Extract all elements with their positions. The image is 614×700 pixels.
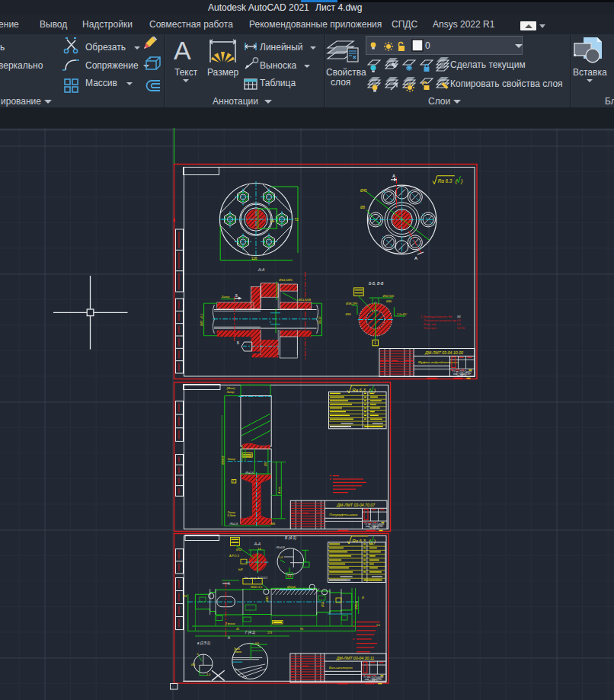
svg-text:Ø52к6: Ø52к6: [287, 586, 296, 589]
svg-text:Зазор: Зазор: [222, 295, 231, 299]
svg-text:Ø38,1P9: Ø38,1P9: [346, 302, 357, 305]
svg-text:Радиальное смещение, мм: Радиальное смещение, мм: [424, 319, 457, 322]
svg-text:Ø6: Ø6: [271, 523, 275, 526]
svg-text:гр. МР-31: гр. МР-31: [457, 374, 467, 377]
svg-text:Ø45к6: Ø45к6: [355, 601, 358, 609]
svg-text:4 отв: 4 отв: [278, 487, 281, 494]
svg-text:А: А: [414, 256, 417, 261]
svg-text:): ): [373, 388, 376, 394]
svg-text:273: 273: [267, 631, 272, 634]
svg-text:А.Р.О.З: А.Р.О.З: [229, 555, 239, 558]
svg-text:(Мат): (Мат): [226, 387, 235, 390]
svg-text:90: 90: [300, 628, 303, 631]
svg-text:Ø42,5h6: Ø42,5h6: [383, 295, 395, 298]
svg-text:Ø50: Ø50: [321, 602, 325, 607]
svg-text:1. Крутящий момент, Нм: 1. Крутящий момент, Нм: [421, 315, 453, 318]
svg-text:Ø45 +0,1: Ø45 +0,1: [200, 313, 203, 326]
svg-text:А: А: [228, 582, 230, 586]
svg-text:0,6: 0,6: [255, 642, 259, 645]
svg-text:0,5: 0,5: [457, 323, 461, 326]
svg-text:А-А: А-А: [257, 267, 265, 272]
svg-text:1,6: 1,6: [279, 556, 283, 559]
svg-text:): ): [373, 539, 376, 545]
svg-text:Ø45: Ø45: [360, 189, 367, 193]
svg-text:45: 45: [236, 628, 239, 631]
svg-text:Б: Б: [237, 341, 239, 345]
svg-text:): ): [460, 177, 462, 184]
svg-text:Ra 6.3: Ra 6.3: [352, 539, 366, 543]
svg-text:72: 72: [295, 218, 299, 222]
svg-text:гр. МР-31: гр. МР-31: [369, 679, 379, 682]
svg-text:ДМ-ЛМТ 03-04.10.00: ДМ-ЛМТ 03-04.10.00: [424, 350, 463, 355]
svg-text:Б-Б, В-В: Б-Б, В-В: [369, 281, 384, 286]
svg-text:Ø8: Ø8: [360, 206, 366, 209]
svg-text:ДМ-ЛМТ 03-04.70.07: ДМ-ЛМТ 03-04.70.07: [336, 503, 376, 507]
svg-text:√Ra1,6: √Ra1,6: [229, 523, 238, 526]
svg-text:3: 3: [270, 321, 271, 324]
svg-text:Ø4: Ø4: [191, 663, 195, 666]
svg-text:Ra 6.3: Ra 6.3: [438, 178, 453, 184]
svg-text:в (2,5:1): в (2,5:1): [197, 641, 210, 645]
svg-text:А-А: А-А: [254, 542, 261, 546]
svg-text:А: А: [392, 174, 395, 178]
svg-text:√Ra0,8: √Ra0,8: [276, 546, 285, 549]
svg-text:Ø36: Ø36: [345, 313, 350, 316]
svg-text:Угол, град: Угол, град: [424, 327, 437, 330]
svg-text:Отв. центр. А4 ГОСТ: Отв. центр. А4 ГОСТ: [244, 577, 267, 580]
svg-text:0,5°30: 0,5°30: [457, 327, 465, 330]
svg-text:40/: 40/: [457, 315, 461, 318]
svg-text:Зазор, мм: Зазор, мм: [424, 323, 436, 326]
svg-text:Полумуфта-шкив: Полумуфта-шкив: [329, 513, 358, 516]
svg-text:Ø110: Ø110: [318, 316, 321, 324]
svg-text:ЬØ: ЬØ: [238, 568, 242, 571]
svg-text:1,0: 1,0: [206, 673, 210, 676]
svg-text:А: А: [228, 636, 230, 640]
svg-text:1,5×45°: 1,5×45°: [397, 313, 408, 316]
svg-text:Ø64,5/Ø5: Ø64,5/Ø5: [279, 278, 293, 282]
svg-text:2: 2: [232, 480, 234, 483]
svg-text:Ø80h9: Ø80h9: [222, 456, 225, 465]
svg-text:Зазор: Зазор: [226, 391, 234, 394]
svg-text:Ø12: Ø12: [236, 548, 241, 551]
svg-text:Зазор: Зазор: [228, 458, 235, 461]
svg-text:14: 14: [257, 548, 261, 551]
svg-text:М24×1,5: М24×1,5: [251, 586, 262, 589]
svg-text:0,5мм: 0,5мм: [228, 514, 236, 517]
svg-text:Ø9: Ø9: [264, 462, 267, 466]
svg-text:70мкм: 70мкм: [234, 650, 242, 654]
svg-text:2 фаски: 2 фаски: [225, 622, 235, 625]
svg-text:Ø51.5/58: Ø51.5/58: [299, 298, 312, 302]
svg-text:Г (4:1): Г (4:1): [245, 631, 256, 634]
svg-text:Ø40: Ø40: [386, 300, 392, 303]
svg-text:0,3: 0,3: [457, 319, 461, 322]
svg-text:Вал-шестерня: Вал-шестерня: [329, 666, 353, 670]
svg-text:1,6: 1,6: [287, 575, 291, 578]
svg-text:Ø4: Ø4: [183, 595, 187, 598]
svg-text:Ø45: Ø45: [266, 596, 269, 602]
svg-text:24: 24: [270, 219, 275, 223]
svg-text:Ø: Ø: [362, 596, 364, 599]
svg-text:Б (4:1): Б (4:1): [285, 535, 296, 540]
svg-text:110: 110: [251, 257, 257, 261]
svg-text:ДМ-ЛМТ 03-04.30.11: ДМ-ЛМТ 03-04.30.11: [336, 656, 375, 660]
svg-text:гр. МР-31: гр. МР-31: [369, 526, 379, 529]
svg-text:Б: Б: [235, 294, 238, 298]
svg-text:Зазор: Зазор: [228, 511, 235, 514]
svg-text:√Ra1,6: √Ra1,6: [245, 471, 254, 475]
svg-text:Муфта вибробезопасная: Муфта вибробезопасная: [418, 360, 459, 364]
